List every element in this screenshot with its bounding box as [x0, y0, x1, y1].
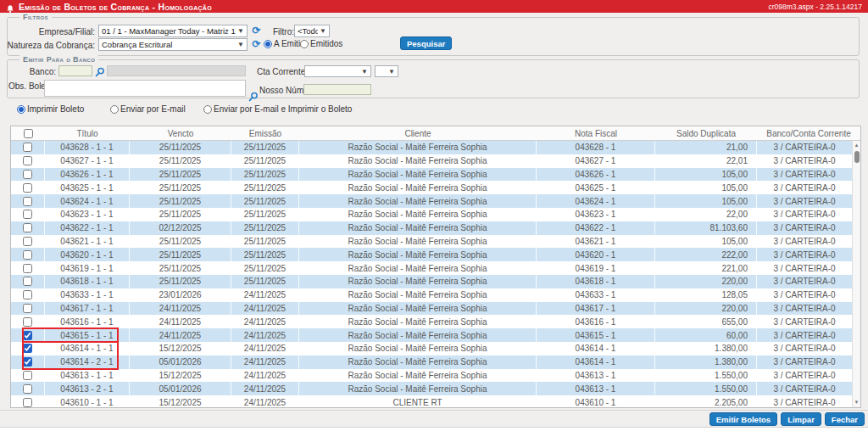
cell-nota-fiscal: 043621 - 1	[537, 235, 655, 249]
banco-search-icon[interactable]	[95, 65, 105, 76]
table-row[interactable]: 043620 - 1 - 1 25/11/2025 25/11/2025 Raz…	[11, 248, 852, 261]
banco-legend: Emitir Para o Banco	[19, 55, 98, 64]
row-checkbox[interactable]	[23, 344, 32, 353]
refresh-empresa-icon[interactable]: ⟳	[251, 25, 262, 36]
row-checkbox[interactable]	[23, 290, 32, 299]
table-row[interactable]: 043627 - 1 - 1 25/11/2025 25/11/2025 Raz…	[11, 154, 852, 168]
row-checkbox[interactable]	[23, 210, 32, 219]
radio-enviar-email-imprimir[interactable]: Enviar por E-mail e Imprimir o Boleto	[203, 104, 352, 114]
cta-corrente-select[interactable]: ▼	[304, 65, 371, 77]
cell-saldo: 22,00	[655, 208, 757, 221]
cell-saldo: 655,00	[655, 315, 757, 328]
header-vencto: Vencto	[130, 129, 231, 138]
table-row[interactable]: 043618 - 1 - 1 25/11/2025 25/11/2025 Raz…	[11, 275, 852, 288]
select-all-checkbox[interactable]	[24, 129, 33, 138]
row-checkbox[interactable]	[23, 183, 32, 193]
row-checkbox[interactable]	[23, 223, 32, 232]
row-checkbox[interactable]	[23, 197, 32, 206]
radio-imprimir-boleto[interactable]: Imprimir Boleto	[17, 104, 84, 114]
emitir-boletos-button[interactable]: Emitir Boletos	[709, 412, 777, 426]
table-row[interactable]: 043613 - 2 - 1 05/01/2026 24/11/2025 Raz…	[11, 382, 852, 395]
table-row[interactable]: 043619 - 1 - 1 25/11/2025 25/11/2025 Raz…	[11, 261, 852, 275]
cell-cliente: Razão Social - Maitê Ferreira Sophia	[299, 221, 537, 235]
chevron-down-icon: ▼	[361, 68, 368, 76]
table-row[interactable]: 043616 - 1 - 1 24/11/2025 24/11/2025 Raz…	[11, 315, 852, 328]
refresh-natureza-icon[interactable]: ⟳	[251, 38, 262, 50]
row-checkbox[interactable]	[23, 331, 32, 340]
cell-cliente: Razão Social - Maitê Ferreira Sophia	[299, 248, 537, 261]
cell-saldo: 2.205,00	[655, 395, 757, 407]
cell-vencto: 25/11/2025	[130, 208, 231, 221]
cell-saldo: 22,01	[655, 154, 757, 168]
row-checkbox[interactable]	[23, 277, 32, 286]
limpar-button[interactable]: Limpar	[781, 412, 821, 426]
cta-corrente-select-2[interactable]: ▼	[375, 65, 398, 77]
table-row[interactable]: 043615 - 1 - 1 24/11/2025 24/11/2025 Raz…	[11, 328, 852, 342]
banco-input[interactable]	[58, 65, 92, 76]
row-checkbox[interactable]	[23, 371, 32, 380]
row-checkbox[interactable]	[23, 250, 32, 260]
main-content: Filtros Empresa/Filial: 01 / 1 - MaxMana…	[0, 13, 868, 431]
cell-banco-conta: 3 / CARTEIRA-0	[757, 154, 852, 168]
row-checkbox-cell	[11, 168, 45, 182]
scrollbar-track[interactable]: ▲ ▼	[852, 141, 860, 407]
filtro-label: Filtro:	[273, 27, 294, 36]
natureza-select[interactable]: Cobrança Escritural ▼	[98, 38, 248, 51]
row-checkbox-cell	[11, 342, 45, 355]
table-row[interactable]: 043626 - 1 - 1 25/11/2025 25/11/2025 Raz…	[11, 168, 852, 182]
banco-label: Banco:	[17, 67, 56, 76]
cell-nota-fiscal: 043622 - 1	[537, 221, 655, 235]
cell-nota-fiscal: 043610 - 1	[537, 395, 655, 407]
row-checkbox[interactable]	[23, 237, 32, 246]
cell-banco-conta: 3 / CARTEIRA-0	[757, 248, 852, 261]
cell-emissao: 25/11/2025	[231, 194, 299, 208]
row-checkbox-cell	[11, 221, 45, 235]
table-row[interactable]: 043610 - 1 - 1 15/12/2025 24/11/2025 CLI…	[11, 395, 852, 407]
chevron-down-icon: ▼	[320, 27, 326, 35]
table-row[interactable]: 043625 - 1 - 1 25/11/2025 25/11/2025 Raz…	[11, 181, 852, 194]
fechar-button[interactable]: Fechar	[825, 412, 865, 426]
table-row[interactable]: 043617 - 1 - 1 24/11/2025 24/11/2025 Raz…	[11, 302, 852, 316]
scroll-down-icon[interactable]: ▼	[853, 399, 860, 406]
cell-emissao: 25/11/2025	[231, 168, 299, 182]
pesquisar-button[interactable]: Pesquisar	[400, 36, 452, 50]
cell-titulo: 043619 - 1 - 1	[45, 261, 130, 275]
radio-emitidos[interactable]: Emitidos	[300, 39, 342, 48]
obs-boleto-textarea[interactable]	[44, 80, 246, 97]
row-checkbox[interactable]	[23, 317, 32, 327]
table-row[interactable]: 043624 - 1 - 1 25/11/2025 25/11/2025 Raz…	[11, 194, 852, 208]
row-checkbox[interactable]	[23, 357, 32, 367]
table-row[interactable]: 043628 - 1 - 1 25/11/2025 25/11/2025 Raz…	[11, 141, 852, 154]
row-checkbox[interactable]	[23, 398, 32, 407]
row-checkbox[interactable]	[23, 384, 32, 394]
table-row[interactable]: 043613 - 1 - 1 15/12/2025 24/11/2025 Raz…	[11, 369, 852, 383]
row-checkbox[interactable]	[23, 143, 32, 152]
filtro-select[interactable]: <Todos> ▼	[294, 25, 330, 37]
row-checkbox[interactable]	[23, 304, 32, 313]
scrollbar-thumb[interactable]	[854, 151, 860, 163]
table-row[interactable]: 043622 - 1 - 1 02/12/2025 25/11/2025 Raz…	[11, 221, 852, 235]
cell-banco-conta: 3 / CARTEIRA-0	[757, 208, 852, 221]
table-row[interactable]: 043623 - 1 - 1 25/11/2025 25/11/2025 Raz…	[11, 208, 852, 221]
cell-saldo: 220,00	[655, 275, 757, 288]
empresa-filial-select[interactable]: 01 / 1 - MaxManager Today - Matriz 1-1 ▼	[98, 25, 248, 37]
cell-vencto: 02/12/2025	[130, 221, 231, 235]
chevron-down-icon: ▼	[388, 68, 395, 76]
cell-banco-conta: 3 / CARTEIRA-0	[757, 328, 852, 342]
scroll-up-icon[interactable]: ▲	[853, 142, 860, 149]
row-checkbox[interactable]	[23, 170, 32, 179]
table-row[interactable]: 043621 - 1 - 1 25/11/2025 25/11/2025 Raz…	[11, 235, 852, 249]
row-checkbox[interactable]	[23, 264, 32, 273]
table-row[interactable]: 043614 - 1 - 1 15/12/2025 24/11/2025 Raz…	[11, 342, 852, 355]
table-row[interactable]: 043633 - 1 - 1 23/01/2026 24/11/2025 Raz…	[11, 288, 852, 302]
table-row[interactable]: 043614 - 2 - 1 05/01/2026 24/11/2025 Raz…	[11, 355, 852, 369]
banco-nome-field	[107, 65, 246, 76]
radio-a-emitir[interactable]: A Emitir	[264, 39, 303, 48]
radio-enviar-email[interactable]: Enviar por E-mail	[110, 104, 186, 114]
row-checkbox[interactable]	[23, 156, 32, 165]
obs-search-icon[interactable]	[248, 90, 259, 100]
filtros-legend: Filtros	[19, 13, 52, 21]
header-saldo: Saldo Duplicata	[655, 129, 757, 138]
cell-saldo: 21,00	[655, 141, 757, 154]
cell-cliente: Razão Social - Maitê Ferreira Sophia	[299, 288, 537, 302]
